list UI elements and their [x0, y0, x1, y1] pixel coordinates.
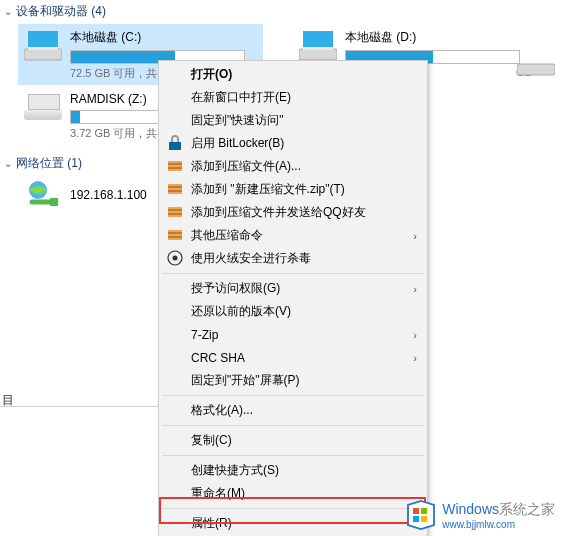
menu-separator	[162, 273, 424, 274]
drive-icon	[24, 94, 62, 124]
bitlocker-icon	[167, 135, 183, 151]
network-icon	[24, 180, 62, 210]
svg-rect-24	[168, 234, 182, 236]
svg-rect-2	[28, 47, 58, 50]
drive-label: 本地磁盘 (D:)	[345, 29, 532, 46]
chevron-right-icon: ›	[413, 283, 417, 295]
svg-rect-28	[413, 508, 419, 514]
svg-rect-1	[28, 31, 58, 47]
menu-separator	[162, 425, 424, 426]
menu-add-zip-named[interactable]: 添加到 "新建压缩文件.zip"(T)	[161, 178, 425, 201]
watermark-suffix: 系统之家	[499, 501, 555, 517]
svg-rect-21	[168, 215, 182, 217]
menu-properties[interactable]: 属性(R)	[161, 512, 425, 535]
svg-rect-30	[413, 516, 419, 522]
svg-rect-5	[303, 47, 333, 50]
context-menu: 打开(O) 在新窗口中打开(E) 固定到"快速访问" 启用 BitLocker(…	[158, 60, 428, 536]
archive-icon	[167, 204, 183, 220]
svg-rect-16	[168, 188, 182, 190]
menu-restore[interactable]: 还原以前的版本(V)	[161, 300, 425, 323]
menu-separator	[162, 455, 424, 456]
svg-rect-17	[168, 192, 182, 194]
svg-rect-11	[168, 161, 182, 163]
huorong-icon	[167, 250, 183, 266]
menu-new-window[interactable]: 在新窗口中打开(E)	[161, 86, 425, 109]
menu-shortcut[interactable]: 创建快捷方式(S)	[161, 459, 425, 482]
menu-crc-sha[interactable]: CRC SHA›	[161, 346, 425, 369]
chevron-right-icon: ›	[413, 230, 417, 242]
chevron-right-icon: ›	[413, 352, 417, 364]
menu-7zip[interactable]: 7-Zip›	[161, 323, 425, 346]
archive-icon	[167, 227, 183, 243]
menu-zip-qq[interactable]: 添加到压缩文件并发送给QQ好友	[161, 201, 425, 224]
menu-separator	[162, 395, 424, 396]
menu-separator	[162, 508, 424, 509]
menu-rename[interactable]: 重命名(M)	[161, 482, 425, 505]
archive-icon	[167, 181, 183, 197]
svg-rect-31	[421, 516, 427, 522]
menu-open[interactable]: 打开(O)	[161, 63, 425, 86]
chevron-right-icon: ›	[413, 329, 417, 341]
cropped-text: 目	[0, 392, 20, 406]
svg-rect-0	[24, 49, 62, 60]
network-label: 192.168.1.100	[70, 188, 147, 202]
svg-rect-3	[299, 49, 337, 60]
svg-rect-15	[168, 184, 182, 186]
watermark-brand: Windows	[442, 501, 499, 517]
divider	[0, 406, 158, 407]
watermark: Windows系统之家 www.bjjmlw.com	[406, 500, 555, 530]
svg-point-27	[173, 256, 178, 261]
svg-rect-8	[517, 64, 555, 75]
svg-rect-29	[421, 508, 427, 514]
windows-logo-icon	[406, 500, 436, 530]
chevron-down-icon: ⌄	[4, 158, 12, 169]
svg-rect-20	[168, 211, 182, 213]
svg-rect-12	[168, 165, 182, 167]
menu-other-zip[interactable]: 其他压缩命令›	[161, 224, 425, 247]
section-header-drives[interactable]: ⌄ 设备和驱动器 (4)	[0, 0, 563, 23]
drive-label: 本地磁盘 (C:)	[70, 29, 257, 46]
chevron-down-icon: ⌄	[4, 6, 12, 17]
drive-icon-extra	[517, 60, 555, 79]
svg-rect-23	[168, 230, 182, 232]
section-title: 网络位置 (1)	[16, 155, 82, 172]
watermark-url: www.bjjmlw.com	[442, 519, 555, 530]
menu-format[interactable]: 格式化(A)...	[161, 399, 425, 422]
archive-icon	[167, 158, 183, 174]
drive-icon	[299, 31, 337, 61]
menu-huorong[interactable]: 使用火绒安全进行杀毒	[161, 247, 425, 270]
svg-rect-13	[168, 169, 182, 171]
menu-bitlocker[interactable]: 启用 BitLocker(B)	[161, 132, 425, 155]
section-title: 设备和驱动器 (4)	[16, 3, 106, 20]
svg-rect-4	[303, 31, 333, 47]
menu-access[interactable]: 授予访问权限(G)›	[161, 277, 425, 300]
menu-pin-quick[interactable]: 固定到"快速访问"	[161, 109, 425, 132]
svg-rect-19	[168, 207, 182, 209]
menu-copy[interactable]: 复制(C)	[161, 429, 425, 452]
menu-pin-start[interactable]: 固定到"开始"屏幕(P)	[161, 369, 425, 392]
svg-rect-9	[169, 142, 181, 150]
drive-icon	[24, 31, 62, 61]
svg-rect-7	[50, 198, 58, 206]
svg-rect-25	[168, 238, 182, 240]
menu-add-zip[interactable]: 添加到压缩文件(A)...	[161, 155, 425, 178]
